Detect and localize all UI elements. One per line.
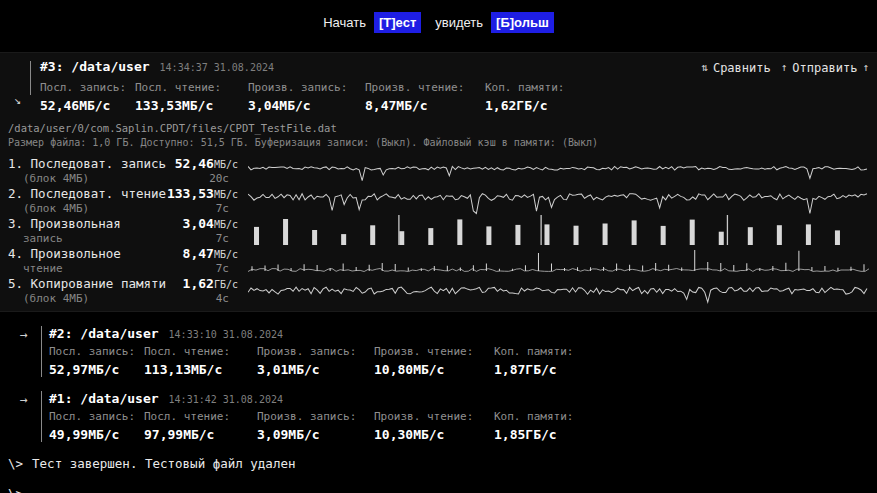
- see-more-hotkey: [Б]ольш: [491, 12, 554, 33]
- history-section: → #2: /data/user 14:33:10 31.08.2024 Пос…: [0, 326, 877, 442]
- console-area: \>Тест завершен. Тестовый файл удален \>: [8, 456, 869, 493]
- val-mem-copy: 1,87ГБ/с: [494, 362, 869, 377]
- seq-read-graph: [248, 185, 869, 215]
- prompt-line[interactable]: \>: [8, 486, 869, 493]
- arrow-down-right-icon: ↘: [14, 93, 21, 107]
- test-row-seq-write: 1. Последоват. запись 52,46МБ/с (блок 4М…: [8, 155, 869, 185]
- val-mem-copy: 1,62ГБ/с: [485, 98, 869, 113]
- val-seq-write: 52,46МБ/с: [40, 98, 135, 113]
- test-file-path: /data/user/0/com.Saplin.CPDT/files/CPDT_…: [8, 122, 869, 134]
- test-value: 3,04МБ/с: [183, 215, 238, 232]
- compare-label: Сравнить: [713, 61, 771, 75]
- summary-labels: Посл. запись: Посл. чтение: Произв. запи…: [40, 81, 869, 94]
- val-seq-write: 49,99МБ/с: [49, 427, 144, 442]
- val-mem-copy: 1,85ГБ/с: [494, 427, 869, 442]
- test-time: 20с: [209, 172, 229, 185]
- col-seq-read: Посл. чтение:: [144, 345, 257, 358]
- status-message: Тест завершен. Тестовый файл удален: [32, 456, 295, 471]
- summary-values: 52,97МБ/с 113,13МБ/с 3,01МБ/с 10,80МБ/с …: [49, 362, 869, 377]
- summary-values: 49,99МБ/с 97,99МБ/с 3,09МБ/с 10,30МБ/с 1…: [49, 427, 869, 442]
- val-rand-read: 10,80МБ/с: [374, 362, 494, 377]
- start-test-hotkey: [Т]ест: [374, 12, 421, 33]
- test-time: 7с: [216, 202, 229, 215]
- mem-copy-graph: [248, 275, 869, 305]
- col-seq-write: Посл. запись:: [49, 345, 144, 358]
- val-seq-write: 52,97МБ/с: [49, 362, 144, 377]
- test-subtitle: чтение: [23, 262, 63, 275]
- summary-labels: Посл. запись: Посл. чтение: Произв. запи…: [49, 345, 869, 358]
- send-label: Отправить: [792, 61, 857, 75]
- history-timestamp: 14:31:42 31.08.2024: [169, 394, 283, 405]
- col-mem-copy: Коп. памяти:: [485, 81, 869, 94]
- col-seq-write: Посл. запись:: [49, 410, 144, 423]
- console-prompt: \>: [8, 486, 23, 493]
- status-line: \>Тест завершен. Тестовый файл удален: [8, 456, 869, 472]
- col-rand-read: Произв. чтение:: [365, 81, 485, 94]
- test-name: 4. Произвольное: [8, 246, 121, 261]
- val-rand-write: 3,01МБ/с: [257, 362, 374, 377]
- test-row-mem-copy: 5. Копирование памяти 1,62ГБ/с (блок 4МБ…: [8, 275, 869, 305]
- test-time: 7с: [216, 232, 229, 245]
- see-more-label: увидеть: [435, 15, 483, 30]
- history-arrow-icon: →: [20, 327, 28, 342]
- val-rand-read: 8,47МБ/с: [365, 98, 485, 113]
- start-test-label: Начать: [323, 15, 366, 30]
- val-rand-read: 10,30МБ/с: [374, 427, 494, 442]
- rand-read-graph: [248, 245, 869, 275]
- test-value: 8,47МБ/с: [183, 245, 238, 262]
- test-value: 52,46МБ/с: [175, 155, 238, 172]
- top-menu: Начать [Т]ест увидеть [Б]ольш: [0, 0, 877, 44]
- send-icon: ↑: [781, 61, 788, 74]
- test-row-rand-read: 4. Произвольное 8,47МБ/с чтение 7с: [8, 245, 869, 275]
- history-timestamp: 14:33:10 31.08.2024: [169, 329, 283, 340]
- val-rand-write: 3,04МБ/с: [248, 98, 365, 113]
- col-rand-write: Произв. запись:: [248, 81, 365, 94]
- send-icon: ↑: [862, 61, 869, 74]
- test-time: 7с: [216, 262, 229, 275]
- col-seq-write: Посл. запись:: [40, 81, 135, 94]
- history-entry-1[interactable]: → #1: /data/user 14:31:42 31.08.2024 Пос…: [8, 391, 869, 442]
- test-subtitle: (блок 4МБ): [23, 202, 89, 215]
- test-time: 4с: [216, 292, 229, 305]
- compare-button[interactable]: ⇅ Сравнить: [701, 61, 770, 75]
- summary-labels: Посл. запись: Посл. чтение: Произв. запи…: [49, 410, 869, 423]
- test-file-info: Размер файла: 1,0 ГБ. Доступно: 51,5 ГБ.…: [8, 137, 869, 148]
- rand-write-graph: [248, 215, 869, 245]
- console-prompt: \>: [8, 456, 23, 471]
- col-mem-copy: Коп. памяти:: [494, 410, 869, 423]
- val-rand-write: 3,09МБ/с: [257, 427, 374, 442]
- col-rand-write: Произв. запись:: [257, 410, 374, 423]
- col-seq-read: Посл. чтение:: [135, 81, 248, 94]
- send-button[interactable]: ↑ Отправить ↑: [781, 61, 869, 75]
- test-subtitle: запись: [23, 232, 63, 245]
- col-rand-write: Произв. запись:: [257, 345, 374, 358]
- history-title: #2: /data/user: [49, 326, 159, 341]
- test-name: 1. Последоват. запись: [8, 156, 166, 171]
- test-list: 1. Последоват. запись 52,46МБ/с (блок 4М…: [8, 155, 869, 305]
- current-test-title: #3: /data/user: [40, 59, 150, 74]
- col-rand-read: Произв. чтение:: [374, 410, 494, 423]
- history-entry-2[interactable]: → #2: /data/user 14:33:10 31.08.2024 Пос…: [8, 326, 869, 377]
- val-seq-read: 97,99МБ/с: [144, 427, 257, 442]
- compare-icon: ⇅: [701, 61, 708, 74]
- test-name: 2. Последоват. чтение: [8, 186, 166, 201]
- test-row-rand-write: 3. Произвольная 3,04МБ/с запись 7с: [8, 215, 869, 245]
- col-mem-copy: Коп. памяти:: [494, 345, 869, 358]
- test-subtitle: (блок 4МБ): [23, 292, 89, 305]
- summary-values: 52,46МБ/с 133,53МБ/с 3,04МБ/с 8,47МБ/с 1…: [40, 98, 869, 113]
- history-arrow-icon: →: [20, 392, 28, 407]
- seq-write-graph: [248, 155, 869, 185]
- col-seq-read: Посл. чтение:: [144, 410, 257, 423]
- current-test-panel: ↘ #3: /data/user 14:34:37 31.08.2024 ⇅ С…: [0, 52, 877, 312]
- test-value: 133,53МБ/с: [167, 185, 238, 202]
- history-title: #1: /data/user: [49, 391, 159, 406]
- current-marker-line: [30, 61, 31, 95]
- see-more-button[interactable]: увидеть [Б]ольш: [435, 12, 554, 33]
- test-name: 5. Копирование памяти: [8, 276, 166, 291]
- test-name: 3. Произвольная: [8, 216, 121, 231]
- current-test-header: #3: /data/user 14:34:37 31.08.2024 ⇅ Сра…: [40, 59, 869, 75]
- start-test-button[interactable]: Начать [Т]ест: [323, 12, 421, 33]
- current-summary: Посл. запись: Посл. чтение: Произв. запи…: [40, 81, 869, 113]
- val-seq-read: 113,13МБ/с: [144, 362, 257, 377]
- test-subtitle: (блок 4МБ): [23, 172, 89, 185]
